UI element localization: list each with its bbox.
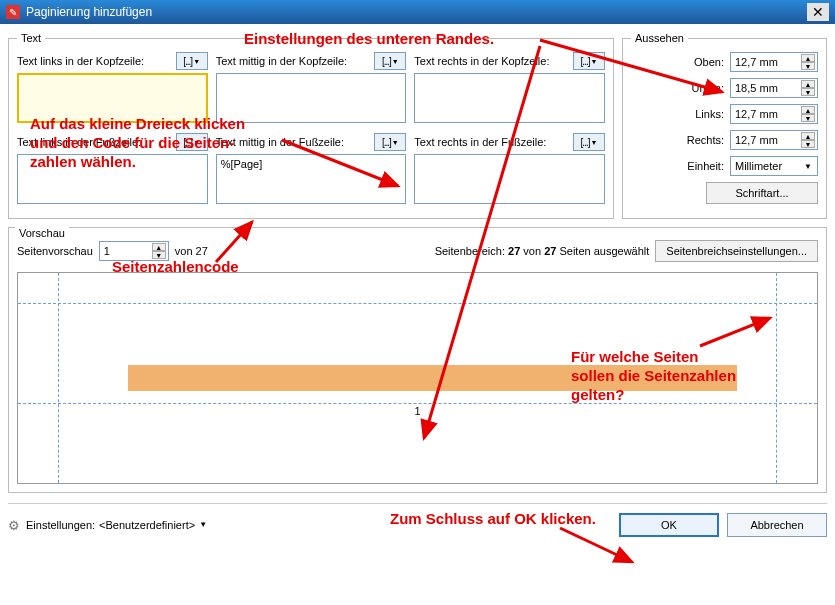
spin-down-icon: ▼	[152, 251, 166, 259]
spin-up-icon: ▲	[801, 54, 815, 62]
header-left-label: Text links in der Kopfzeile:	[17, 55, 144, 67]
macro-button-header-right[interactable]: [...]▼	[573, 52, 605, 70]
header-center-label: Text mittig in der Kopfzeile:	[216, 55, 347, 67]
footer-center-label: Text mittig in der Fußzeile:	[216, 136, 344, 148]
header-left-input[interactable]	[17, 73, 208, 123]
macro-button-footer-right[interactable]: [...]▼	[573, 133, 605, 151]
left-margin-label: Links:	[676, 108, 724, 120]
spin-up-icon: ▲	[801, 132, 815, 140]
settings-dropdown[interactable]: Einstellungen: <Benutzerdefiniert> ▼	[26, 519, 207, 531]
right-margin-label: Rechts:	[676, 134, 724, 146]
cancel-button[interactable]: Abbrechen	[727, 513, 827, 537]
macro-button-footer-left[interactable]: [...]▼	[176, 133, 208, 151]
macro-button-header-left[interactable]: [...]▼	[176, 52, 208, 70]
footer-left-label: Text links in der Fußzeile:	[17, 136, 141, 148]
ok-button[interactable]: OK	[619, 513, 719, 537]
gear-icon: ⚙	[8, 518, 22, 532]
footer-center-input[interactable]: %[Page]	[216, 154, 407, 204]
preview-legend: Vorschau	[15, 227, 69, 239]
macro-button-footer-center[interactable]: [...]▼	[374, 133, 406, 151]
spin-up-icon: ▲	[152, 243, 166, 251]
text-legend: Text	[17, 32, 45, 44]
spin-up-icon: ▲	[801, 80, 815, 88]
chevron-down-icon: ▼	[591, 58, 598, 65]
spin-up-icon: ▲	[801, 106, 815, 114]
bottom-margin-input[interactable]: 18,5 mm▲▼	[730, 78, 818, 98]
text-fieldset: Text Text links in der Kopfzeile: [...]▼…	[8, 32, 614, 219]
spin-down-icon: ▼	[801, 88, 815, 96]
spin-down-icon: ▼	[801, 114, 815, 122]
chevron-down-icon: ▼	[591, 139, 598, 146]
unit-label: Einheit:	[676, 160, 724, 172]
preview-fieldset: Vorschau Seitenvorschau 1▲▼ von 27 Seite…	[8, 227, 827, 493]
header-right-input[interactable]	[414, 73, 605, 123]
spin-down-icon: ▼	[801, 140, 815, 148]
right-margin-input[interactable]: 12,7 mm▲▼	[730, 130, 818, 150]
top-margin-input[interactable]: 12,7 mm▲▼	[730, 52, 818, 72]
spin-down-icon: ▼	[801, 62, 815, 70]
page-preview-input[interactable]: 1▲▼	[99, 241, 169, 261]
chevron-down-icon: ▼	[193, 139, 200, 146]
app-icon: ✎	[6, 5, 20, 19]
macro-button-header-center[interactable]: [...]▼	[374, 52, 406, 70]
left-margin-input[interactable]: 12,7 mm▲▼	[730, 104, 818, 124]
chevron-down-icon: ▼	[193, 58, 200, 65]
chevron-down-icon: ▼	[199, 520, 207, 529]
footer-left-input[interactable]	[17, 154, 208, 204]
preview-page-number: 1	[414, 405, 420, 417]
page-range-text: Seitenbereich: 27 von 27 Seiten ausgewäh…	[435, 245, 650, 257]
header-right-label: Text rechts in der Kopfzeile:	[414, 55, 549, 67]
footer-right-input[interactable]	[414, 154, 605, 204]
chevron-down-icon: ▼	[392, 58, 399, 65]
close-button[interactable]: ✕	[807, 3, 829, 21]
page-preview-label: Seitenvorschau	[17, 245, 93, 257]
page-of-label: von 27	[175, 245, 208, 257]
title-bar: ✎ Paginierung hinzufügen ✕	[0, 0, 835, 24]
chevron-down-icon: ▼	[801, 162, 815, 171]
header-center-input[interactable]	[216, 73, 407, 123]
bottom-margin-label: Unten:	[676, 82, 724, 94]
appearance-fieldset: Aussehen Oben: 12,7 mm▲▼ Unten: 18,5 mm▲…	[622, 32, 827, 219]
preview-canvas: 1	[17, 272, 818, 484]
page-range-settings-button[interactable]: Seitenbreichseinstellungen...	[655, 240, 818, 262]
top-margin-label: Oben:	[676, 56, 724, 68]
font-button[interactable]: Schriftart...	[706, 182, 818, 204]
appearance-legend: Aussehen	[631, 32, 688, 44]
unit-select[interactable]: Millimeter▼	[730, 156, 818, 176]
footer-right-label: Text rechts in der Fußzeile:	[414, 136, 546, 148]
window-title: Paginierung hinzufügen	[26, 5, 807, 19]
chevron-down-icon: ▼	[392, 139, 399, 146]
